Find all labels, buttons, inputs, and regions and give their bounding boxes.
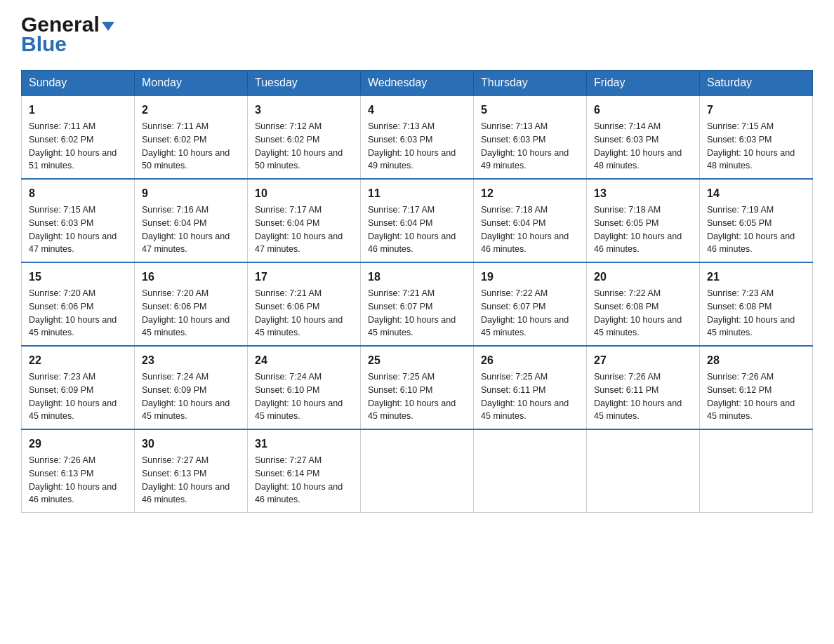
day-number: 19 xyxy=(481,269,579,286)
calendar-cell: 29Sunrise: 7:26 AMSunset: 6:13 PMDayligh… xyxy=(22,429,135,513)
day-info: Sunrise: 7:23 AMSunset: 6:09 PMDaylight:… xyxy=(29,372,117,421)
day-number: 15 xyxy=(29,269,127,286)
calendar-cell: 17Sunrise: 7:21 AMSunset: 6:06 PMDayligh… xyxy=(248,262,361,346)
calendar-cell: 3Sunrise: 7:12 AMSunset: 6:02 PMDaylight… xyxy=(248,95,361,179)
day-info: Sunrise: 7:13 AMSunset: 6:03 PMDaylight:… xyxy=(481,121,569,170)
day-info: Sunrise: 7:22 AMSunset: 6:08 PMDaylight:… xyxy=(594,288,682,337)
calendar-cell: 21Sunrise: 7:23 AMSunset: 6:08 PMDayligh… xyxy=(700,262,813,346)
day-number: 17 xyxy=(255,269,353,286)
day-number: 8 xyxy=(29,185,127,202)
day-info: Sunrise: 7:23 AMSunset: 6:08 PMDaylight:… xyxy=(707,288,795,337)
calendar-header-saturday: Saturday xyxy=(700,71,813,96)
day-number: 12 xyxy=(481,185,579,202)
calendar-cell: 20Sunrise: 7:22 AMSunset: 6:08 PMDayligh… xyxy=(587,262,700,346)
day-number: 22 xyxy=(29,352,127,369)
calendar-table: SundayMondayTuesdayWednesdayThursdayFrid… xyxy=(21,70,813,513)
day-info: Sunrise: 7:27 AMSunset: 6:13 PMDaylight:… xyxy=(142,455,230,504)
day-number: 26 xyxy=(481,352,579,369)
day-info: Sunrise: 7:19 AMSunset: 6:05 PMDaylight:… xyxy=(707,205,795,254)
calendar-header-sunday: Sunday xyxy=(22,71,135,96)
day-number: 30 xyxy=(142,436,240,452)
day-number: 13 xyxy=(594,185,692,202)
calendar-cell xyxy=(587,429,700,513)
calendar-cell: 6Sunrise: 7:14 AMSunset: 6:03 PMDaylight… xyxy=(587,95,700,179)
calendar-cell: 14Sunrise: 7:19 AMSunset: 6:05 PMDayligh… xyxy=(700,179,813,262)
day-number: 5 xyxy=(481,102,579,119)
calendar-cell: 16Sunrise: 7:20 AMSunset: 6:06 PMDayligh… xyxy=(135,262,248,346)
day-info: Sunrise: 7:17 AMSunset: 6:04 PMDaylight:… xyxy=(368,205,456,254)
day-info: Sunrise: 7:26 AMSunset: 6:11 PMDaylight:… xyxy=(594,372,682,421)
calendar-cell: 8Sunrise: 7:15 AMSunset: 6:03 PMDaylight… xyxy=(22,179,135,262)
calendar-cell: 30Sunrise: 7:27 AMSunset: 6:13 PMDayligh… xyxy=(135,429,248,513)
day-number: 9 xyxy=(142,185,240,202)
day-info: Sunrise: 7:22 AMSunset: 6:07 PMDaylight:… xyxy=(481,288,569,337)
day-info: Sunrise: 7:26 AMSunset: 6:12 PMDaylight:… xyxy=(707,372,795,421)
calendar-header-wednesday: Wednesday xyxy=(361,71,474,96)
day-number: 11 xyxy=(368,185,466,202)
day-number: 10 xyxy=(255,185,353,202)
day-info: Sunrise: 7:27 AMSunset: 6:14 PMDaylight:… xyxy=(255,455,343,504)
day-info: Sunrise: 7:20 AMSunset: 6:06 PMDaylight:… xyxy=(29,288,117,337)
day-number: 21 xyxy=(707,269,805,286)
day-info: Sunrise: 7:11 AMSunset: 6:02 PMDaylight:… xyxy=(142,121,230,170)
day-number: 2 xyxy=(142,102,240,119)
calendar-week-row: 1Sunrise: 7:11 AMSunset: 6:02 PMDaylight… xyxy=(22,95,813,179)
day-number: 20 xyxy=(594,269,692,286)
day-info: Sunrise: 7:21 AMSunset: 6:06 PMDaylight:… xyxy=(255,288,343,337)
calendar-week-row: 8Sunrise: 7:15 AMSunset: 6:03 PMDaylight… xyxy=(22,179,813,262)
day-info: Sunrise: 7:18 AMSunset: 6:05 PMDaylight:… xyxy=(594,205,682,254)
day-info: Sunrise: 7:18 AMSunset: 6:04 PMDaylight:… xyxy=(481,205,569,254)
page-header: General Blue xyxy=(21,14,813,56)
calendar-week-row: 22Sunrise: 7:23 AMSunset: 6:09 PMDayligh… xyxy=(22,346,813,429)
logo-blue: Blue xyxy=(21,32,67,56)
calendar-week-row: 15Sunrise: 7:20 AMSunset: 6:06 PMDayligh… xyxy=(22,262,813,346)
day-info: Sunrise: 7:24 AMSunset: 6:09 PMDaylight:… xyxy=(142,372,230,421)
day-number: 16 xyxy=(142,269,240,286)
calendar-cell: 15Sunrise: 7:20 AMSunset: 6:06 PMDayligh… xyxy=(22,262,135,346)
calendar-cell xyxy=(361,429,474,513)
calendar-cell: 26Sunrise: 7:25 AMSunset: 6:11 PMDayligh… xyxy=(474,346,587,429)
calendar-cell: 22Sunrise: 7:23 AMSunset: 6:09 PMDayligh… xyxy=(22,346,135,429)
calendar-header-tuesday: Tuesday xyxy=(248,71,361,96)
day-number: 28 xyxy=(707,352,805,369)
calendar-cell: 10Sunrise: 7:17 AMSunset: 6:04 PMDayligh… xyxy=(248,179,361,262)
day-number: 29 xyxy=(29,436,127,452)
day-info: Sunrise: 7:24 AMSunset: 6:10 PMDaylight:… xyxy=(255,372,343,421)
calendar-cell xyxy=(474,429,587,513)
day-info: Sunrise: 7:15 AMSunset: 6:03 PMDaylight:… xyxy=(707,121,795,170)
calendar-cell: 13Sunrise: 7:18 AMSunset: 6:05 PMDayligh… xyxy=(587,179,700,262)
calendar-cell: 18Sunrise: 7:21 AMSunset: 6:07 PMDayligh… xyxy=(361,262,474,346)
day-info: Sunrise: 7:20 AMSunset: 6:06 PMDaylight:… xyxy=(142,288,230,337)
day-number: 24 xyxy=(255,352,353,369)
day-number: 14 xyxy=(707,185,805,202)
calendar-cell: 2Sunrise: 7:11 AMSunset: 6:02 PMDaylight… xyxy=(135,95,248,179)
day-number: 3 xyxy=(255,102,353,119)
day-info: Sunrise: 7:15 AMSunset: 6:03 PMDaylight:… xyxy=(29,205,117,254)
calendar-cell: 9Sunrise: 7:16 AMSunset: 6:04 PMDaylight… xyxy=(135,179,248,262)
calendar-cell: 12Sunrise: 7:18 AMSunset: 6:04 PMDayligh… xyxy=(474,179,587,262)
day-number: 23 xyxy=(142,352,240,369)
day-info: Sunrise: 7:14 AMSunset: 6:03 PMDaylight:… xyxy=(594,121,682,170)
calendar-cell xyxy=(700,429,813,513)
calendar-header-friday: Friday xyxy=(587,71,700,96)
day-info: Sunrise: 7:17 AMSunset: 6:04 PMDaylight:… xyxy=(255,205,343,254)
day-number: 4 xyxy=(368,102,466,119)
calendar-week-row: 29Sunrise: 7:26 AMSunset: 6:13 PMDayligh… xyxy=(22,429,813,513)
calendar-cell: 24Sunrise: 7:24 AMSunset: 6:10 PMDayligh… xyxy=(248,346,361,429)
day-number: 7 xyxy=(707,102,805,119)
calendar-header-thursday: Thursday xyxy=(474,71,587,96)
calendar-header-monday: Monday xyxy=(135,71,248,96)
calendar-cell: 5Sunrise: 7:13 AMSunset: 6:03 PMDaylight… xyxy=(474,95,587,179)
day-info: Sunrise: 7:21 AMSunset: 6:07 PMDaylight:… xyxy=(368,288,456,337)
day-number: 18 xyxy=(368,269,466,286)
day-info: Sunrise: 7:16 AMSunset: 6:04 PMDaylight:… xyxy=(142,205,230,254)
day-number: 27 xyxy=(594,352,692,369)
logo-triangle-icon xyxy=(102,22,114,31)
calendar-cell: 28Sunrise: 7:26 AMSunset: 6:12 PMDayligh… xyxy=(700,346,813,429)
calendar-cell: 11Sunrise: 7:17 AMSunset: 6:04 PMDayligh… xyxy=(361,179,474,262)
calendar-cell: 27Sunrise: 7:26 AMSunset: 6:11 PMDayligh… xyxy=(587,346,700,429)
day-info: Sunrise: 7:11 AMSunset: 6:02 PMDaylight:… xyxy=(29,121,117,170)
calendar-cell: 25Sunrise: 7:25 AMSunset: 6:10 PMDayligh… xyxy=(361,346,474,429)
calendar-cell: 1Sunrise: 7:11 AMSunset: 6:02 PMDaylight… xyxy=(22,95,135,179)
day-info: Sunrise: 7:25 AMSunset: 6:11 PMDaylight:… xyxy=(481,372,569,421)
